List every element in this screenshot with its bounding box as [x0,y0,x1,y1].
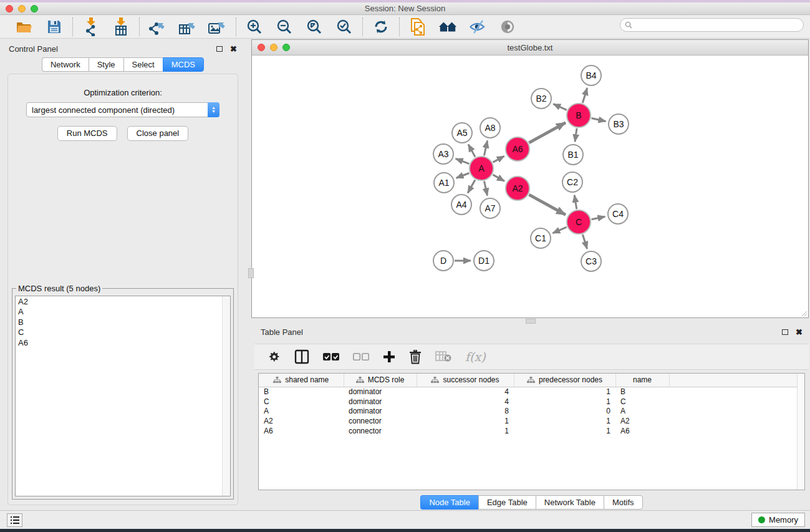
graph-node-A4[interactable]: A4 [451,194,472,215]
tab-select[interactable]: Select [123,57,163,72]
memory-button[interactable]: Memory [751,513,805,527]
tab-node-table[interactable]: Node Table [420,495,478,510]
cell-successor-nodes[interactable]: 4 [417,387,514,397]
graph-node-D1[interactable]: D1 [473,250,494,271]
run-mcds-button[interactable]: Run MCDS [57,126,117,141]
cell-predecessor-nodes[interactable]: 1 [514,416,615,426]
mcds-result-list[interactable]: A2ABCA6 [15,296,231,496]
cell-name[interactable]: C [615,397,669,407]
cell-successor-nodes[interactable]: 8 [417,406,514,416]
graph-node-C1[interactable]: C1 [530,228,551,249]
graph-node-B2[interactable]: B2 [531,88,552,109]
result-item[interactable]: A6 [16,337,230,348]
table-row[interactable]: Bdominator41B [259,387,804,397]
cell-predecessor-nodes[interactable]: 0 [514,406,615,416]
resize-grip-icon[interactable] [800,309,808,317]
zoom-out-icon[interactable] [275,17,294,36]
cell-shared-name[interactable]: A6 [259,426,344,436]
graph-node-B3[interactable]: B3 [608,114,629,135]
duplicate-network-icon[interactable] [408,17,427,36]
eye-icon[interactable] [498,17,517,36]
float-panel-icon[interactable] [216,46,223,52]
cell-name[interactable]: A6 [615,426,669,436]
cell-successor-nodes[interactable]: 1 [417,426,514,436]
graph-edge-A-A2[interactable] [493,175,504,181]
table-row[interactable]: A2connector11A2 [259,416,804,426]
column-header-successor-nodes[interactable]: successor nodes [417,374,514,387]
search-field[interactable] [620,18,804,32]
graph-node-A5[interactable]: A5 [451,122,473,143]
graph-edge-A-A1[interactable] [456,173,470,178]
deselect-all-icon[interactable] [353,353,369,361]
export-table-icon[interactable] [178,17,197,36]
graph-edge-A-A5[interactable] [468,144,475,157]
cell-MCDS-role[interactable]: dominator [344,406,417,416]
cell-name[interactable]: B [615,387,669,397]
cell-shared-name[interactable]: A2 [259,416,344,426]
result-item[interactable]: A [16,307,230,317]
delete-icon[interactable] [409,350,422,364]
graph-edge-A6-B[interactable] [529,123,566,143]
cell-MCDS-role[interactable]: dominator [344,397,417,407]
select-all-icon[interactable] [323,353,339,361]
network-canvas[interactable]: B4B2BB3A5A8A6B1A3AC2A1A2A4A7C4CC1C3DD1 [252,56,808,317]
vertical-splitter-handle[interactable] [248,268,254,278]
graph-node-A1[interactable]: A1 [433,172,455,193]
tab-edge-table[interactable]: Edge Table [478,495,536,510]
graph-edge-A-A6[interactable] [493,156,504,162]
function-icon[interactable]: f(x) [465,350,486,364]
graph-node-A3[interactable]: A3 [433,143,454,165]
graph-node-B1[interactable]: B1 [562,144,584,165]
float-table-panel-icon[interactable] [782,329,788,335]
tab-network-table[interactable]: Network Table [536,495,604,510]
graph-edge-B-B4[interactable] [582,88,587,103]
cell-MCDS-role[interactable]: connector [344,426,417,436]
graph-node-C3[interactable]: C3 [581,251,602,272]
search-input[interactable] [635,21,803,29]
horizontal-splitter-handle[interactable] [526,319,536,324]
zoom-in-icon[interactable] [245,17,264,36]
graph-edge-C-C2[interactable] [574,195,577,210]
graph-edge-C-C1[interactable] [552,227,566,233]
result-scrollbar[interactable] [222,296,230,496]
open-folder-icon[interactable] [15,17,34,36]
cell-predecessor-nodes[interactable]: 1 [514,387,615,397]
table-row[interactable]: A6connector11A6 [259,426,804,436]
graph-node-C2[interactable]: C2 [562,172,583,193]
table-row[interactable]: Cdominator41C [259,397,804,407]
result-item[interactable]: C [16,327,230,338]
result-item[interactable]: A2 [16,296,230,307]
cell-predecessor-nodes[interactable]: 1 [514,426,615,436]
graph-edge-C-C4[interactable] [592,216,605,220]
cell-successor-nodes[interactable]: 1 [417,416,514,426]
table-row[interactable]: Adominator80A [259,406,804,416]
graph-node-B4[interactable]: B4 [581,65,602,86]
cell-MCDS-role[interactable]: dominator [344,387,417,397]
column-header-predecessor-nodes[interactable]: predecessor nodes [514,374,615,387]
graph-node-C4[interactable]: C4 [607,203,629,225]
graph-node-B[interactable]: B [566,103,591,128]
column-header-shared-name[interactable]: shared name [259,374,344,387]
graph-edge-B-B2[interactable] [553,104,567,110]
import-network-icon[interactable] [82,17,100,36]
graph-edge-A-A8[interactable] [484,141,487,156]
tab-motifs[interactable]: Motifs [604,495,643,510]
delete-table-icon[interactable] [435,351,451,362]
column-header-MCDS-role[interactable]: MCDS role [344,374,417,387]
result-item[interactable]: B [16,317,230,327]
graph-edge-B-B3[interactable] [592,118,606,122]
cell-name[interactable]: A2 [615,416,669,426]
export-image-icon[interactable] [208,17,227,36]
export-network-icon[interactable] [148,17,167,36]
home-icon[interactable] [438,17,457,36]
save-icon[interactable] [45,17,64,36]
cell-shared-name[interactable]: A [259,406,344,416]
graph-edge-A2-C[interactable] [529,195,566,215]
cell-shared-name[interactable]: C [259,397,344,407]
add-icon[interactable] [383,351,395,363]
gear-icon[interactable] [267,350,281,364]
graph-node-A8[interactable]: A8 [480,117,501,138]
graph-node-A6[interactable]: A6 [505,137,530,162]
tab-network[interactable]: Network [42,57,89,72]
tab-style[interactable]: Style [89,57,123,72]
